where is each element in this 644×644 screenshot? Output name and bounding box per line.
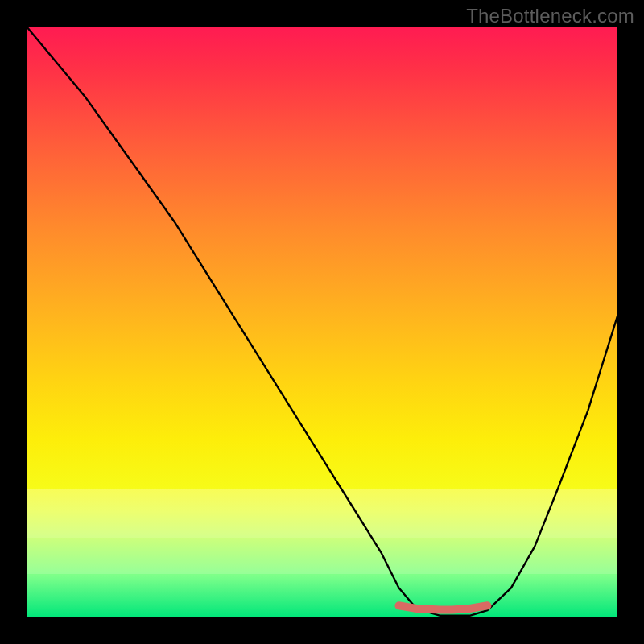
bottleneck-curve [27, 27, 617, 616]
optimal-range-highlight [398, 605, 487, 609]
chart-svg [27, 27, 617, 617]
watermark: TheBottleneck.com [466, 5, 634, 27]
plot-area [27, 27, 617, 617]
chart-frame: TheBottleneck.com [0, 0, 644, 644]
